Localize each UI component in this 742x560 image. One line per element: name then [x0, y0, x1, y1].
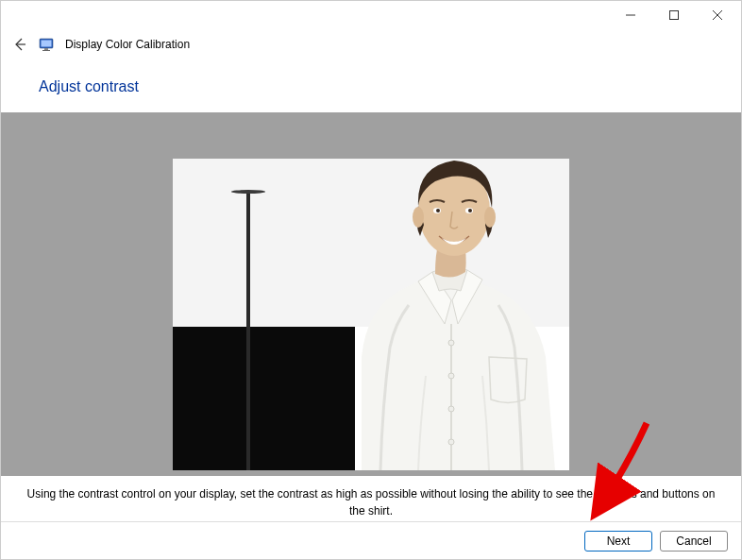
- header-row: Display Color Calibration: [1, 29, 741, 59]
- next-button[interactable]: Next: [584, 531, 652, 552]
- svg-point-13: [448, 439, 454, 445]
- svg-rect-6: [42, 41, 52, 47]
- svg-point-15: [413, 207, 424, 228]
- maximize-button[interactable]: [652, 1, 696, 29]
- close-button[interactable]: [696, 1, 739, 29]
- svg-point-12: [448, 406, 454, 412]
- cancel-button[interactable]: Cancel: [660, 531, 728, 552]
- svg-rect-8: [42, 50, 50, 51]
- svg-rect-7: [44, 48, 48, 50]
- svg-point-11: [448, 373, 454, 379]
- svg-point-20: [468, 209, 472, 212]
- svg-point-10: [448, 340, 454, 346]
- titlebar: [1, 1, 741, 29]
- svg-point-16: [484, 207, 496, 228]
- minimize-button[interactable]: [609, 1, 652, 29]
- reference-image-area: [1, 112, 741, 476]
- page-heading: Adjust contrast: [1, 59, 741, 112]
- contrast-reference-image: [173, 159, 569, 470]
- svg-point-18: [436, 209, 440, 212]
- display-calibration-icon: [39, 37, 54, 52]
- button-bar: Next Cancel: [1, 521, 741, 559]
- instruction-text: Using the contrast control on your displ…: [1, 476, 741, 519]
- back-button[interactable]: [12, 37, 27, 52]
- app-title: Display Color Calibration: [65, 38, 190, 51]
- svg-rect-1: [670, 11, 679, 20]
- person-illustration: [324, 159, 569, 470]
